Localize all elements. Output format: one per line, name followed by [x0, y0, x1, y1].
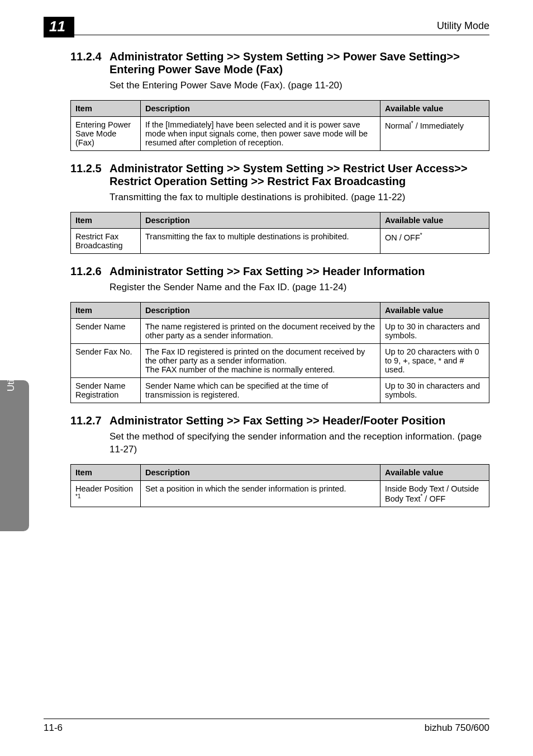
th-desc: Description	[141, 464, 380, 480]
spec-table: Item Description Available value Restric…	[70, 212, 489, 254]
spec-table: Item Description Available value Enterin…	[70, 100, 489, 151]
th-desc: Description	[141, 212, 380, 228]
th-item: Item	[71, 302, 141, 318]
content: 11.2.4Administrator Setting >> System Se…	[70, 50, 489, 518]
section-number: 11.2.7	[70, 414, 110, 427]
section-heading: 11.2.7Administrator Setting >> Fax Setti…	[70, 414, 489, 427]
th-avail: Available value	[380, 464, 489, 480]
footnote-sup: *1	[75, 493, 80, 499]
cell-item: Entering Power Save Mode (Fax)	[71, 116, 141, 150]
cell-desc: Set a position in which the sender infor…	[141, 480, 380, 507]
footer-page: 11-6	[44, 722, 63, 734]
avail-post: / OFF	[422, 494, 445, 503]
cell-item: Sender Name	[71, 318, 141, 343]
sidebar-tab	[0, 380, 29, 531]
item-pre: Header Position	[75, 484, 133, 493]
cell-item: Sender Fax No.	[71, 343, 141, 377]
running-head: Utility Mode	[437, 20, 489, 32]
section-title: Administrator Setting >> Fax Setting >> …	[110, 265, 489, 278]
th-desc: Description	[141, 100, 380, 116]
avail-pre: Normal	[385, 121, 411, 130]
top-rule	[44, 35, 489, 35]
th-avail: Available value	[380, 100, 489, 116]
sidebar-text: Utility Mode Chapter 11	[6, 252, 17, 391]
section-title: Administrator Setting >> System Setting …	[110, 50, 489, 76]
section-heading: 11.2.6Administrator Setting >> Fax Setti…	[70, 265, 489, 278]
table-row: Restrict Fax Broadcasting Transmitting t…	[71, 228, 489, 253]
footer-rule	[44, 719, 489, 719]
section-para: Set the method of specifying the sender …	[110, 431, 489, 456]
table-header-row: Item Description Available value	[71, 212, 489, 228]
table-row: Header Position *1 Set a position in whi…	[71, 480, 489, 507]
section-number: 11.2.5	[70, 162, 110, 175]
cell-avail: ON / OFF*	[380, 228, 489, 253]
cell-desc: The name registered is printed on the do…	[141, 318, 380, 343]
section-number: 11.2.6	[70, 265, 110, 278]
avail-post: / Immediately	[413, 121, 464, 130]
cell-avail: Inside Body Text / Outside Body Text* / …	[380, 480, 489, 507]
cell-avail: Up to 20 characters with 0 to 9, +, spac…	[380, 343, 489, 377]
table-header-row: Item Description Available value	[71, 302, 489, 318]
table-header-row: Item Description Available value	[71, 464, 489, 480]
table-row: Sender Name Registration Sender Name whi…	[71, 377, 489, 403]
section-para: Transmitting the fax to multiple destina…	[110, 191, 489, 204]
th-item: Item	[71, 100, 141, 116]
section-title: Administrator Setting >> Fax Setting >> …	[110, 414, 489, 427]
section-heading: 11.2.5Administrator Setting >> System Se…	[70, 162, 489, 188]
cell-item: Sender Name Registration	[71, 377, 141, 403]
cell-item: Restrict Fax Broadcasting	[71, 228, 141, 253]
avail-pre: ON / OFF	[385, 233, 420, 242]
th-avail: Available value	[380, 212, 489, 228]
th-item: Item	[71, 464, 141, 480]
cell-avail: Up to 30 in characters and symbols.	[380, 318, 489, 343]
th-desc: Description	[141, 302, 380, 318]
th-avail: Available value	[380, 302, 489, 318]
section-number: 11.2.4	[70, 50, 110, 63]
footer: 11-6 bizhub 750/600	[44, 719, 489, 734]
section-title: Administrator Setting >> System Setting …	[110, 162, 489, 188]
cell-avail: Up to 30 in characters and symbols.	[380, 377, 489, 403]
cell-desc: Sender Name which can be specified at th…	[141, 377, 380, 403]
footnote-star: *	[420, 232, 422, 238]
spec-table: Item Description Available value Header …	[70, 464, 489, 507]
cell-desc: If the [Immediately] have been selected …	[141, 116, 380, 150]
section-para: Set the Entering Power Save Mode (Fax). …	[110, 79, 489, 92]
footer-model: bizhub 750/600	[425, 722, 489, 734]
sidebar-mode: Utility Mode	[6, 342, 16, 391]
table-row: Entering Power Save Mode (Fax) If the [I…	[71, 116, 489, 150]
spec-table: Item Description Available value Sender …	[70, 302, 489, 403]
section-para: Register the Sender Name and the Fax ID.…	[110, 281, 489, 294]
sidebar-chapter: Chapter 11	[6, 282, 16, 329]
cell-avail: Normal* / Immediately	[380, 116, 489, 150]
cell-desc: The Fax ID registered is printed on the …	[141, 343, 380, 377]
section-heading: 11.2.4Administrator Setting >> System Se…	[70, 50, 489, 76]
th-item: Item	[71, 212, 141, 228]
table-row: Sender Fax No. The Fax ID registered is …	[71, 343, 489, 377]
cell-item: Header Position *1	[71, 480, 141, 507]
cell-desc: Transmitting the fax to multiple destina…	[141, 228, 380, 253]
table-header-row: Item Description Available value	[71, 100, 489, 116]
table-row: Sender Name The name registered is print…	[71, 318, 489, 343]
